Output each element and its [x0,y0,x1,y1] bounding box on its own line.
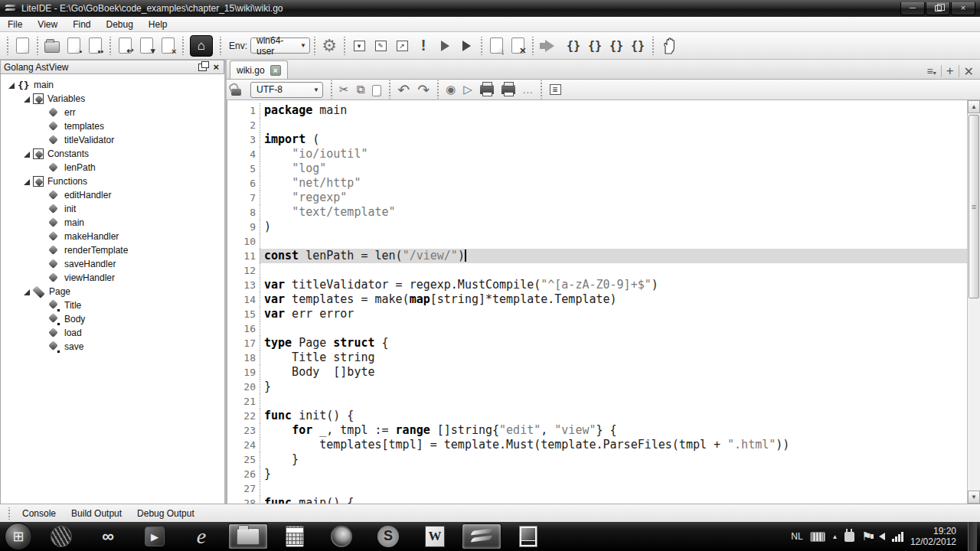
code-line[interactable]: 5 "log" [227,161,967,176]
code-line[interactable]: 11const lenPath = len("/view/") [227,249,967,263]
restore-button[interactable] [926,2,950,15]
output-tab-build-output[interactable]: Build Output [64,506,129,521]
tab-close-icon[interactable]: × [270,65,281,76]
redo-icon[interactable]: ↷ [417,81,430,99]
build-import-button[interactable]: ▾ [348,35,370,57]
tree-item-err[interactable]: err [1,106,224,119]
menu-debug[interactable]: Debug [98,18,140,31]
run-button[interactable] [434,35,456,57]
menu-file[interactable]: File [0,18,30,31]
step-into-button[interactable]: {} [584,35,606,57]
menu-find[interactable]: Find [65,18,98,31]
print-icon[interactable] [480,85,494,94]
network-signal-icon[interactable] [892,532,903,542]
clock[interactable]: 19:20 12/02/2012 [910,526,961,547]
tree-item-Functions[interactable]: Functions [1,174,224,188]
code-line[interactable]: 26} [227,467,967,481]
expander-icon[interactable] [22,150,31,158]
internet-explorer-taskbar-button[interactable]: e [181,523,221,549]
code-line[interactable]: 7 "regexp" [227,191,967,205]
code-line[interactable]: 8 "text/template" [227,205,967,220]
keyboard-icon[interactable] [810,532,825,542]
output-tab-debug-output[interactable]: Debug Output [129,506,202,521]
show-desktop-button[interactable] [968,522,977,551]
code-line[interactable]: 25 } [227,452,967,467]
save-all-button[interactable]: ▪▪ [84,35,106,57]
editor-scrollbar[interactable]: ▲ ▼ [967,100,980,504]
tree-item-viewHandler[interactable]: viewHandler [1,271,224,285]
env-select[interactable]: win64-user ▼ [250,37,310,54]
scroll-up-icon[interactable]: ▲ [968,100,980,113]
scrollbar-thumb[interactable] [969,115,979,298]
step-over-button[interactable]: {} [563,35,584,57]
infinity-app-taskbar-button[interactable]: ∞ [88,523,128,549]
language-indicator[interactable]: NL [791,531,802,542]
build-button[interactable]: ! [413,35,434,57]
firefox-taskbar-button[interactable] [322,523,361,549]
tab-list-icon[interactable]: ≡▾ [926,65,936,77]
tree-item-load[interactable]: load [1,326,224,340]
scroll-down-icon[interactable]: ▼ [968,491,980,504]
code-line[interactable]: 14var templates = make(map[string]*templ… [227,292,967,307]
tree-item-Page[interactable]: Page [1,285,224,298]
show-hidden-icons[interactable]: ▲ [832,533,838,540]
code-line[interactable]: 19 Body []byte [227,365,967,380]
encoding-select[interactable]: UTF-8 ▼ [250,82,323,98]
expander-icon[interactable] [7,81,15,90]
expander-icon[interactable] [22,95,31,103]
liteide-taskbar-button[interactable] [462,523,501,549]
power-icon[interactable] [844,532,854,542]
tree-item-templates[interactable]: templates [1,119,224,133]
undo-icon[interactable]: ↶ [397,81,410,99]
code-line[interactable]: 6 "net/http" [227,176,967,191]
home-button[interactable]: ⌂ [187,35,216,57]
skype-taskbar-button[interactable]: S [368,523,408,549]
settings-button[interactable]: ⚙ [318,35,340,57]
tree-item-makeHandler[interactable]: makeHandler [1,230,224,243]
build-and-run-button[interactable] [456,35,477,57]
code-line[interactable]: 3import ( [227,132,967,147]
run-to-line-button[interactable]: {} [627,35,648,57]
comment-list-icon[interactable]: ≣ [550,84,561,95]
tree-item-save[interactable]: save [1,340,224,354]
tree-item-Variables[interactable]: Variables [1,92,224,106]
photo-viewer-taskbar-button[interactable] [508,523,548,549]
code-line[interactable]: 9) [227,220,967,234]
new-tab-icon[interactable]: + [946,64,954,79]
close-editor-icon[interactable]: ✕ [964,64,974,79]
menu-help[interactable]: Help [141,18,175,31]
word-taskbar-button[interactable]: W [415,523,455,549]
new-file-button[interactable] [11,35,33,57]
close-panel-icon[interactable]: × [213,64,219,71]
tree-item-Title[interactable]: Title [1,298,224,312]
build-config-button[interactable]: ↗ [391,35,413,57]
build-edit-button[interactable]: ✎ [370,35,391,57]
start-button[interactable]: ⊞ [5,523,32,550]
step-out-button[interactable]: {} [606,35,627,57]
windows-explorer-taskbar-button[interactable] [228,523,268,549]
reload-file-button[interactable]: ▾ [136,35,157,57]
tree-item-editHandler[interactable]: editHandler [1,188,224,202]
tab-wiki-go[interactable]: wiki.go × [230,60,288,79]
code-line[interactable]: 18 Title string [227,350,967,365]
save-file-button[interactable]: ▪ [63,35,84,57]
more-options-icon[interactable]: ... [523,84,534,96]
debug-continue-button[interactable] [537,35,563,57]
tree-item-renderTemplate[interactable]: renderTemplate [1,243,224,257]
code-line[interactable]: 20} [227,380,967,394]
lock-icon[interactable] [231,89,241,96]
print-preview-icon[interactable] [501,85,515,94]
code-line[interactable]: 2 [227,118,967,132]
minimize-button[interactable]: ─ [900,2,925,15]
code-line[interactable]: 28func main() { [227,496,967,504]
code-line[interactable]: 13var titleValidator = regexp.MustCompil… [227,278,967,292]
tree-item-main[interactable]: main [1,216,224,230]
paste-icon[interactable] [372,83,381,96]
calculator-taskbar-button[interactable] [275,523,315,549]
tree-item-saveHandler[interactable]: saveHandler [1,257,224,271]
code-line[interactable]: 27 [227,481,967,496]
code-line[interactable]: 1package main [227,103,967,118]
tree-item-titleValidator[interactable]: titleValidator [1,133,224,147]
tree-item-init[interactable]: init [1,202,224,216]
cut-icon[interactable]: ✂ [339,83,349,96]
